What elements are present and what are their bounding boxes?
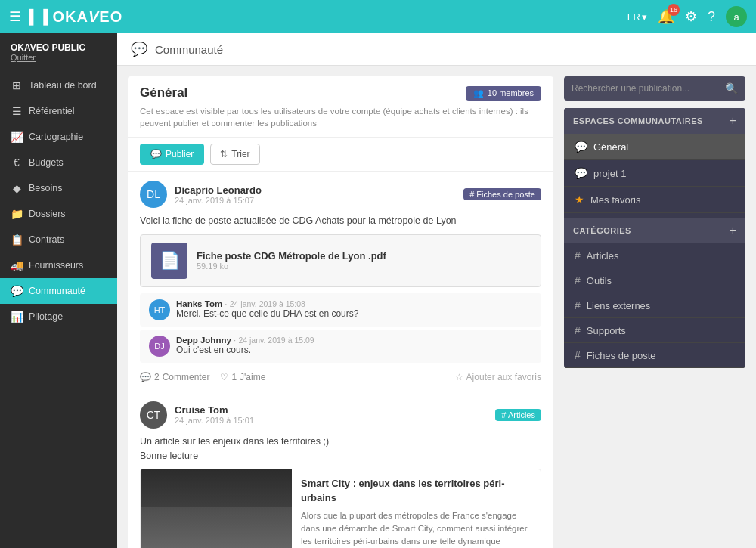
feed-description: Cet espace est visible par tous les util… [140,105,541,129]
referentiel-icon: ☰ [11,105,23,117]
help-icon[interactable]: ? [708,9,715,25]
comment-item: HT Hanks Tom · 24 janv. 2019 à 15:08 Mer… [140,293,541,327]
post-header: CT Cruise Tom 24 janv. 2019 à 15:01 # Ar… [140,401,541,429]
feed-title: Général [140,85,187,101]
feed-header-top: Général 👥 10 membres [140,85,541,101]
feed-area: Général 👥 10 membres Cet espace est visi… [128,76,553,548]
main-content: 💬 Communauté Général 👥 10 membres Cet es… [117,33,756,548]
search-input[interactable] [564,77,717,100]
sidebar-item-budgets[interactable]: € Budgets [0,150,117,175]
hash-icon: # [575,349,581,361]
espaces-item-general[interactable]: 💬 Général [564,134,745,160]
hash-icon: # [575,249,581,262]
post-body: Un article sur les enjeux dans les terri… [140,435,541,463]
like-label: J'aime [240,372,265,382]
language-label: FR [627,11,640,23]
espaces-section-header: ESPACES COMMUNAUTAIRES + [564,108,745,134]
nav-left: ☰ ▌▐ OKAVEO [9,8,122,26]
espaces-label-favoris: Mes favoris [590,194,640,206]
sidebar-quit-link[interactable]: Quitter [11,53,107,62]
sidebar-item-tableau-de-bord[interactable]: ⊞ Tableau de bord [0,73,117,98]
logo-text: OKAVEO [53,8,123,26]
espaces-item-projet1[interactable]: 💬 projet 1 [564,160,745,187]
comment-body: Oui c'est en cours. [176,345,314,355]
sidebar-item-cartographie[interactable]: 📈 Cartographie [0,124,117,150]
article-preview[interactable]: BRANDVOICE Smart City : enjeux dans les … [140,469,541,548]
post-date: 24 janv. 2019 à 15:07 [175,196,456,205]
sidebar-item-dossiers[interactable]: 📁 Dossiers [0,201,117,227]
comment-avatar: DJ [149,336,170,357]
post-avatar: CT [140,401,167,429]
cat-item-supports[interactable]: # Supports [564,318,745,343]
comment-count[interactable]: 💬 2 Commenter [140,372,209,382]
comment-content: Depp Johnny · 24 janv. 2019 à 15:09 Oui … [176,336,314,357]
comment-icon: 💬 [140,372,151,382]
sidebar-label-pilotage: Pilotage [29,311,63,322]
cat-item-articles[interactable]: # Articles [564,243,745,268]
post-date: 24 janv. 2019 à 15:01 [175,416,488,425]
dossiers-icon: 📁 [11,208,23,220]
sidebar: OKAVEO PUBLIC Quitter ⊞ Tableau de bord … [0,33,117,548]
feed-header: Général 👥 10 membres Cet espace est visi… [128,76,553,138]
sidebar-item-contrats[interactable]: 📋 Contrats [0,227,117,252]
settings-icon[interactable]: ⚙ [685,8,697,25]
right-sidebar: 🔍 ESPACES COMMUNAUTAIRES + 💬 Général 💬 [564,76,745,548]
sidebar-item-referentiel[interactable]: ☰ Référentiel [0,98,117,124]
sidebar-item-pilotage[interactable]: 📊 Pilotage [0,304,117,330]
sort-label: Trier [231,149,249,159]
sidebar-item-besoins[interactable]: ◆ Besoins [0,175,117,201]
avatar-initial: a [733,11,739,23]
espaces-label-projet1: projet 1 [593,168,626,179]
add-to-favorites[interactable]: ☆ Ajouter aux favoris [455,372,541,382]
user-avatar[interactable]: a [726,6,747,27]
sort-button[interactable]: ⇅ Trier [210,144,259,165]
post-item: DL Dicaprio Leonardo 24 janv. 2019 à 15:… [128,172,553,392]
article-content: Smart City : enjeux dans les territoires… [292,469,541,548]
sidebar-brand-name: OKAVEO PUBLIC [11,42,107,53]
attachment-size: 59.19 ko [197,262,386,271]
cat-item-fiches-de-poste[interactable]: # Fiches de poste [564,343,745,368]
hamburger-icon[interactable]: ☰ [9,8,21,25]
like-count: 1 [231,372,237,382]
publish-label: Publier [166,149,194,159]
notifications-button[interactable]: 🔔 16 [658,8,674,25]
attachment-info: Fiche poste CDG Métropole de Lyon .pdf 5… [197,250,386,271]
comment-author: Hanks Tom [176,299,222,308]
espaces-add-button[interactable]: + [730,114,736,128]
body-layout: OKAVEO PUBLIC Quitter ⊞ Tableau de bord … [0,33,756,548]
sidebar-item-fournisseurs[interactable]: 🚚 Fournisseurs [0,252,117,278]
like-action[interactable]: ♡ 1 J'aime [220,372,265,382]
publish-icon: 💬 [150,149,162,159]
post-tag: # Fiches de poste [463,188,541,200]
post-meta: Cruise Tom 24 janv. 2019 à 15:01 [175,404,488,425]
chat-icon: 💬 [575,141,587,153]
post-author: Dicaprio Leonardo [175,184,456,196]
sidebar-label-tableau-de-bord: Tableau de bord [29,80,97,91]
sidebar-brand: OKAVEO PUBLIC Quitter [0,33,117,67]
like-icon: ♡ [220,372,228,382]
cat-item-outils[interactable]: # Outils [564,268,745,293]
sidebar-label-fournisseurs: Fournisseurs [29,260,83,271]
feed-actions: 💬 Publier ⇅ Trier [128,138,553,172]
sidebar-label-referentiel: Référentiel [29,106,74,116]
cat-item-liens-externes[interactable]: # Liens externes [564,293,745,318]
categories-add-button[interactable]: + [730,224,736,237]
logo-area: ▌▐ OKAVEO [29,8,122,26]
sort-icon: ⇅ [220,149,228,159]
budgets-icon: € [11,156,23,169]
sidebar-label-contrats: Contrats [29,234,64,245]
dashboard-icon: ⊞ [11,79,23,91]
language-selector[interactable]: FR▾ [627,11,647,23]
comment-body: Merci. Est-ce que celle du DHA est en co… [176,308,358,319]
sidebar-item-communaute[interactable]: 💬 Communauté [0,278,117,304]
espaces-item-favoris[interactable]: ★ Mes favoris [564,187,745,213]
publish-button[interactable]: 💬 Publier [140,144,204,165]
contrats-icon: 📋 [11,234,23,246]
search-button[interactable]: 🔍 [717,76,745,101]
article-image: BRANDVOICE [141,469,292,548]
comment-author: Depp Johnny [176,336,231,345]
sidebar-label-budgets: Budgets [29,157,64,168]
comment-avatar: HT [149,299,170,320]
content-area: Général 👥 10 membres Cet espace est visi… [117,66,756,548]
comment-content: Hanks Tom · 24 janv. 2019 à 15:08 Merci.… [176,299,358,320]
